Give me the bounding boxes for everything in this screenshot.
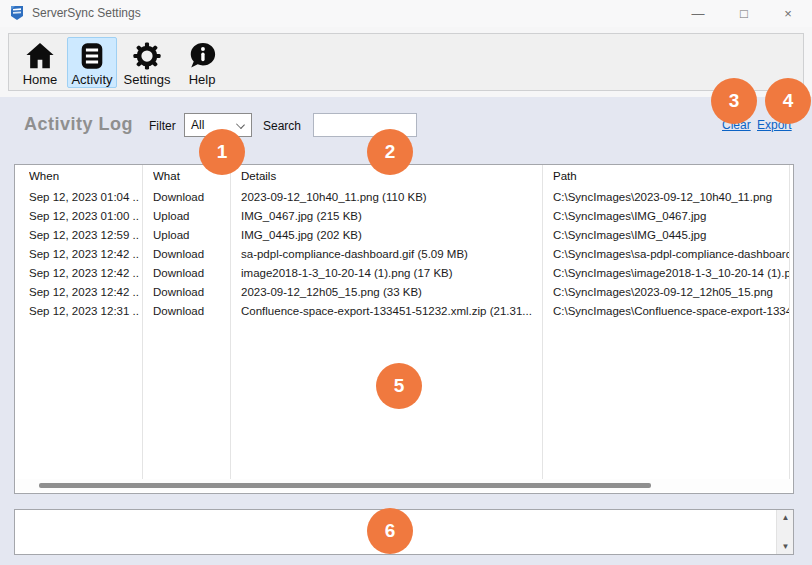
cell-when: Sep 12, 2023 12:42 ...: [29, 264, 139, 283]
cell-path: C:\SyncImages\2023-09-12_10h40_11.png: [553, 188, 789, 207]
cell-path: C:\SyncImages\image2018-1-3_10-20-14 (1)…: [553, 264, 789, 283]
column-header-path[interactable]: Path: [553, 165, 789, 188]
horizontal-scrollbar-thumb[interactable]: [39, 483, 651, 488]
maximize-button[interactable]: □: [722, 0, 766, 27]
cell-details: 2023-09-12_12h05_15.png (33 KB): [241, 283, 538, 302]
home-icon: [25, 41, 55, 71]
scroll-up-icon[interactable]: ▲: [777, 510, 794, 525]
chevron-down-icon: [236, 120, 245, 129]
scroll-down-icon[interactable]: ▼: [777, 539, 794, 554]
cell-path: C:\SyncImages\Confluence-space-export-13…: [553, 302, 789, 321]
toolbar-activity-label: Activity: [71, 72, 112, 87]
toolbar: Home Activity: [8, 33, 804, 91]
cell-what: Download: [153, 245, 227, 264]
search-label: Search: [263, 119, 301, 133]
cell-path: C:\SyncImages\IMG_0445.jpg: [553, 226, 789, 245]
cell-when: Sep 12, 2023 01:00 ...: [29, 207, 139, 226]
toolbar-help-label: Help: [189, 72, 216, 87]
callout-badge-1: 1: [199, 129, 245, 175]
callout-badge-6: 6: [367, 508, 413, 554]
callout-badge-3: 3: [711, 78, 757, 124]
cell-details: image2018-1-3_10-20-14 (1).png (17 KB): [241, 264, 538, 283]
cell-when: Sep 12, 2023 12:31 ...: [29, 302, 139, 321]
toolbar-settings-label: Settings: [124, 72, 171, 87]
app-window: ServerSync Settings — □ × Home A: [0, 0, 812, 565]
toolbar-home-label: Home: [23, 72, 58, 87]
window-title: ServerSync Settings: [32, 6, 141, 20]
cell-path: C:\SyncImages\2023-09-12_12h05_15.png: [553, 283, 789, 302]
callout-badge-4: 4: [765, 78, 811, 124]
close-button[interactable]: ×: [766, 0, 810, 27]
table-body: Sep 12, 2023 01:04 ... Download 2023-09-…: [15, 188, 793, 321]
cell-details: 2023-09-12_10h40_11.png (110 KB): [241, 188, 538, 207]
cell-what: Upload: [153, 207, 227, 226]
cell-path: C:\SyncImages\sa-pdpl-compliance-dashboa…: [553, 245, 789, 264]
table-row[interactable]: Sep 12, 2023 01:00 ... Upload IMG_0467.j…: [15, 207, 793, 226]
cell-what: Download: [153, 264, 227, 283]
cell-details: IMG_0467.jpg (215 KB): [241, 207, 538, 226]
callout-badge-2: 2: [367, 129, 413, 175]
table-row[interactable]: Sep 12, 2023 12:42 ... Download 2023-09-…: [15, 283, 793, 302]
toolbar-item-help[interactable]: Help: [177, 37, 227, 88]
cell-what: Download: [153, 283, 227, 302]
activity-list-icon: [77, 41, 107, 71]
cell-what: Download: [153, 188, 227, 207]
column-header-when[interactable]: When: [29, 165, 139, 188]
table-row[interactable]: Sep 12, 2023 12:31 ... Download Confluen…: [15, 302, 793, 321]
filter-label: Filter: [149, 119, 176, 133]
toolbar-item-settings[interactable]: Settings: [119, 37, 175, 88]
toolbar-item-home[interactable]: Home: [15, 37, 65, 88]
table-row[interactable]: Sep 12, 2023 12:42 ... Download image201…: [15, 264, 793, 283]
app-logo-icon: [9, 5, 25, 21]
table-row[interactable]: Sep 12, 2023 12:42 ... Download sa-pdpl-…: [15, 245, 793, 264]
horizontal-scrollbar[interactable]: [16, 479, 792, 492]
cell-when: Sep 12, 2023 01:04 ...: [29, 188, 139, 207]
callout-badge-5: 5: [376, 363, 422, 409]
minimize-button[interactable]: —: [676, 0, 720, 27]
cell-when: Sep 12, 2023 12:42 ...: [29, 245, 139, 264]
cell-what: Download: [153, 302, 227, 321]
cell-details: Confluence-space-export-133451-51232.xml…: [241, 302, 538, 321]
help-bubble-icon: [187, 41, 217, 71]
gear-icon: [132, 41, 162, 71]
cell-details: IMG_0445.jpg (202 KB): [241, 226, 538, 245]
cell-what: Upload: [153, 226, 227, 245]
titlebar: ServerSync Settings — □ ×: [0, 0, 812, 27]
table-row[interactable]: Sep 12, 2023 12:59 ... Upload IMG_0445.j…: [15, 226, 793, 245]
cell-when: Sep 12, 2023 12:42 ...: [29, 283, 139, 302]
toolbar-item-activity[interactable]: Activity: [67, 37, 117, 88]
page-title: Activity Log: [24, 114, 133, 135]
vertical-scrollbar[interactable]: ▲ ▼: [776, 510, 793, 554]
cell-details: sa-pdpl-compliance-dashboard.gif (5.09 M…: [241, 245, 538, 264]
filter-dropdown-value: All: [191, 118, 204, 132]
cell-when: Sep 12, 2023 12:59 ...: [29, 226, 139, 245]
activity-log-table: When What Details Path Sep 12, 2023 01:0…: [14, 164, 794, 494]
table-row[interactable]: Sep 12, 2023 01:04 ... Download 2023-09-…: [15, 188, 793, 207]
cell-path: C:\SyncImages\IMG_0467.jpg: [553, 207, 789, 226]
